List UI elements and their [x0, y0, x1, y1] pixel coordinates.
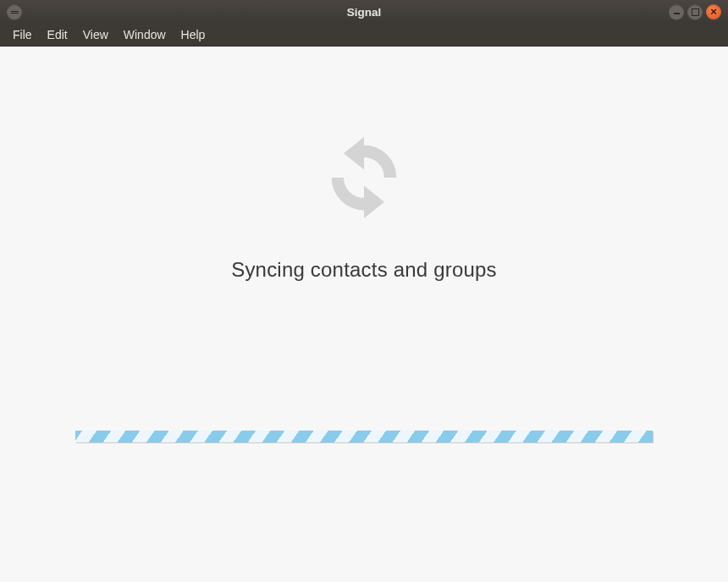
maximize-button[interactable]	[687, 4, 703, 19]
progress-bar	[75, 431, 653, 442]
progress-container	[75, 431, 653, 442]
minimize-button[interactable]	[669, 4, 684, 19]
window-title: Signal	[347, 6, 382, 19]
menu-view[interactable]: View	[75, 25, 116, 44]
menu-window[interactable]: Window	[116, 25, 174, 44]
sync-icon	[313, 127, 415, 228]
window-controls-left	[0, 4, 22, 19]
window-titlebar: Signal	[0, 0, 728, 24]
menubar: File Edit View Window Help	[0, 24, 728, 47]
menu-help[interactable]: Help	[174, 25, 213, 44]
close-button[interactable]	[706, 4, 721, 19]
app-menu-icon[interactable]	[7, 4, 22, 19]
main-content: Syncing contacts and groups	[0, 47, 728, 582]
window-controls-right	[669, 4, 728, 19]
menu-file[interactable]: File	[5, 25, 40, 44]
sync-status-text: Syncing contacts and groups	[231, 258, 497, 282]
menu-edit[interactable]: Edit	[40, 25, 75, 44]
